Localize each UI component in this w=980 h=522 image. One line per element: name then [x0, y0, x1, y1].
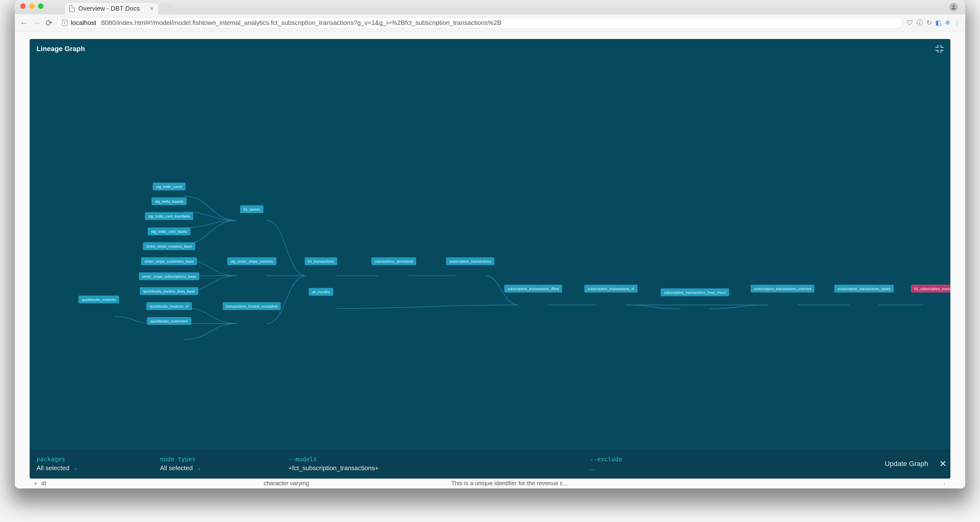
forward-button[interactable]: → — [33, 18, 41, 28]
graph-node[interactable]: sinter_stripe_subscriptions_base — [139, 273, 199, 280]
browser-viewport: ▸ id character varying This is a unique … — [15, 32, 965, 489]
graph-node[interactable]: stg_trello_card_labels — [148, 228, 190, 235]
address-bar[interactable]: localhost:8080/index.html#!/model/model.… — [57, 17, 902, 29]
chevron-down-icon: ⌄ — [197, 465, 201, 471]
reload-button[interactable]: ⟳ — [45, 18, 52, 28]
graph-node[interactable]: all_months — [309, 288, 333, 296]
models-value: +fct_subscription_transactions+ — [288, 464, 379, 472]
chevron-down-icon: ⌄ — [73, 465, 78, 471]
packages-filter[interactable]: packages All selected⌄ — [30, 449, 153, 479]
browser-title-bar: Overview - DBT Docs × — [15, 0, 965, 14]
graph-node[interactable]: fct_subscription_transactions — [911, 285, 950, 293]
graph-node[interactable]: fct_transactions — [305, 257, 337, 265]
minimize-window-button[interactable] — [29, 3, 35, 9]
sync-extension-icon[interactable]: ↻ — [926, 19, 932, 27]
packages-value: All selected — [37, 464, 69, 472]
graph-node[interactable]: subscription_transactions_typed — [834, 285, 894, 293]
bg-col-desc: This is a unique identifier for the reve… — [451, 480, 569, 487]
profile-avatar[interactable] — [950, 3, 958, 11]
cube-extension-icon[interactable]: ◧ — [935, 19, 942, 27]
graph-node[interactable]: stg_trello_boards — [151, 198, 186, 205]
graph-node[interactable]: quickbooks_invoices — [78, 296, 119, 303]
graph-node[interactable]: subscription_transactions_xf — [584, 285, 637, 293]
packages-label: packages — [37, 456, 146, 463]
menu-icon[interactable]: ⋮ — [954, 19, 960, 27]
window-controls — [20, 3, 43, 9]
url-host: localhost — [71, 19, 96, 27]
shield-extension-icon[interactable]: 🛡 — [907, 19, 913, 27]
exclude-value: ... — [590, 464, 595, 472]
graph-node[interactable]: quickbooks_customers — [147, 317, 191, 325]
graph-node[interactable]: subscription_transactions_final_churn — [661, 289, 729, 296]
nodetypes-label: node types — [160, 456, 275, 463]
svg-point-0 — [953, 5, 955, 7]
page-icon — [69, 5, 75, 12]
graph-canvas[interactable]: quickbooks_invoicesstg_trello_cardsstg_t… — [30, 39, 950, 449]
graph-node[interactable]: sinter_stripe_invoices_base — [143, 243, 195, 250]
models-label: --models — [288, 456, 576, 463]
exclude-filter[interactable]: --exclude ... — [583, 449, 885, 479]
graph-node[interactable]: transactions_amortized — [371, 257, 416, 265]
graph-node[interactable]: subscription_transactions — [446, 257, 494, 265]
graph-node[interactable]: stg_sinter_stripe_invoices — [228, 257, 277, 265]
close-tab-icon[interactable]: × — [150, 5, 154, 13]
graph-node[interactable]: fct_sprints — [240, 206, 263, 213]
close-lineage-button[interactable]: ✕ — [935, 459, 950, 469]
close-window-button[interactable] — [20, 3, 25, 9]
graph-node[interactable]: transactions_hosted_snowplow — [223, 303, 281, 310]
maximize-window-button[interactable] — [38, 3, 43, 9]
extension-icons: 🛡 ⓘ ↻ ◧ ❄ ⋮ — [907, 19, 960, 27]
graph-node[interactable]: subscription_transactions_filled — [504, 285, 562, 293]
graph-node[interactable]: stg_trello_cards — [153, 183, 185, 190]
tab-title: Overview - DBT Docs — [78, 5, 140, 12]
browser-tab[interactable]: Overview - DBT Docs × — [65, 2, 159, 14]
back-button[interactable]: ← — [20, 18, 28, 28]
snowflake-extension-icon[interactable]: ❄ — [945, 19, 950, 27]
graph-node[interactable]: quickbooks_invoices_xf — [146, 303, 192, 310]
graph-node[interactable]: stg_trello_card_members — [145, 213, 193, 220]
graph-node[interactable]: quickbooks_invoice_lines_base — [140, 287, 198, 295]
nodetypes-value: All selected — [160, 464, 193, 472]
lineage-footer: packages All selected⌄ node types All se… — [30, 449, 950, 479]
update-graph-button[interactable]: Update Graph — [885, 460, 935, 468]
bg-col-name: id — [41, 480, 264, 487]
info-extension-icon[interactable]: ⓘ — [916, 19, 923, 27]
bg-col-type: character varying — [264, 480, 451, 487]
models-filter[interactable]: --models +fct_subscription_transactions+ — [282, 449, 583, 479]
graph-node[interactable]: sinter_stripe_customers_base — [141, 257, 197, 265]
url-path: :8080/index.html#!/model/model.fishtown_… — [100, 19, 501, 27]
insecure-icon — [62, 20, 67, 26]
nodetypes-filter[interactable]: node types All selected⌄ — [153, 449, 282, 479]
lineage-graph-panel: Lineage Graph quickbooks_invoicesstg_tre… — [30, 39, 950, 479]
new-tab-button[interactable] — [161, 3, 172, 14]
background-table-row: ▸ id character varying This is a unique … — [15, 478, 965, 489]
exclude-label: --exclude — [590, 456, 878, 463]
graph-node[interactable]: subscription_transactions_unioned — [751, 285, 815, 293]
browser-toolbar: ← → ⟳ localhost:8080/index.html#!/model/… — [15, 14, 965, 32]
